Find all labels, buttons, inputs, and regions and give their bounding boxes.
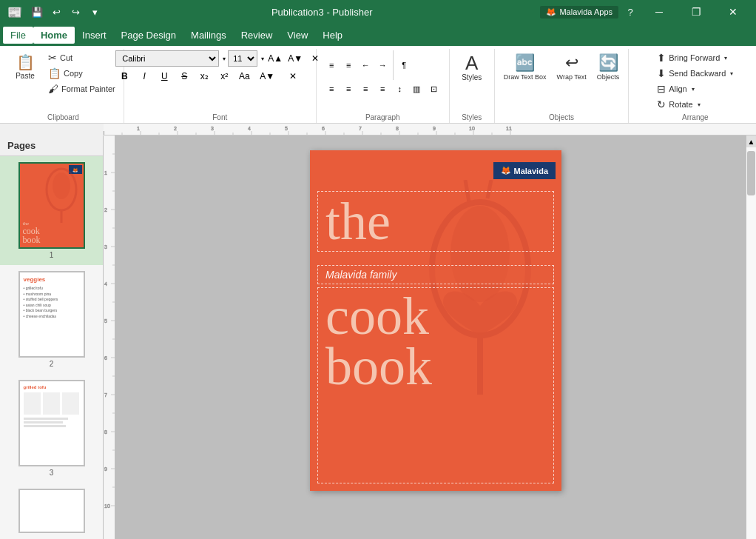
menu-insert[interactable]: Insert	[75, 27, 114, 44]
text-case-button[interactable]: Aa	[235, 68, 253, 84]
arrange-group: ⬆ Bring Forward ▾ ⬇ Send Backward ▾ ⊟ Al…	[629, 49, 756, 123]
cover-the-text[interactable]: the	[325, 195, 546, 248]
superscript-button[interactable]: x²	[215, 68, 233, 84]
objects-content: 🔤 Draw Text Box ↩ Wrap Text 🔄 Objects	[499, 50, 624, 112]
font-size-arrow: ▾	[261, 56, 264, 62]
decrease-font-button[interactable]: A▼	[286, 50, 304, 67]
menu-home[interactable]: Home	[33, 27, 75, 44]
borders-button[interactable]: ⊡	[425, 81, 442, 96]
change-objects-button[interactable]: 🔄 Objects	[593, 50, 624, 84]
scroll-track[interactable]	[746, 147, 756, 539]
line-spacing-button[interactable]: ↕	[391, 81, 408, 96]
redo-button[interactable]: ↪	[67, 3, 84, 21]
undo-button[interactable]: ↩	[47, 3, 65, 21]
wrap-text-icon: ↩	[565, 53, 578, 73]
ruler-v-svg: 1 2 3 4 5 6 7 8 9 10	[104, 135, 115, 520]
draw-text-box-button[interactable]: 🔤 Draw Text Box	[499, 50, 551, 84]
font-color-button[interactable]: ✕	[281, 68, 305, 84]
thumb-3-content: grilled tofu	[24, 385, 80, 429]
shading-button[interactable]: ▥	[408, 81, 425, 96]
text-highlight-button[interactable]: A▼	[255, 68, 279, 84]
menu-review[interactable]: Review	[234, 27, 280, 44]
clipboard-small-buttons: ✂ Cut 📋 Copy 🖌 Format Painter	[44, 50, 119, 96]
svg-text:2: 2	[174, 126, 177, 131]
quick-access-dropdown[interactable]: ▾	[86, 3, 104, 21]
subscript-button[interactable]: x₂	[195, 68, 213, 84]
malavida-logo-icon: 🦊	[501, 166, 511, 175]
save-button[interactable]: 💾	[28, 3, 46, 21]
paragraph-label: Paragraph	[321, 113, 445, 123]
document-page: 🦊 Malavida the	[310, 150, 561, 491]
para-row-2: ≡ ≡ ≡ ≡ ↕ ▥ ⊡	[323, 81, 442, 96]
svg-text:6: 6	[104, 355, 107, 361]
malavida-label: Malavida Apps	[559, 7, 612, 16]
copy-button[interactable]: 📋 Copy	[44, 66, 119, 81]
thumb-3-col3	[62, 392, 79, 415]
paragraph-group: ≡ ≡ ← → ¶ ≡ ≡ ≡ ≡ ↕ ▥ ⊡ Paragraph	[317, 49, 450, 123]
rotate-button[interactable]: ↻ Rotate ▾	[653, 97, 737, 112]
page-thumb-3[interactable]: grilled tofu 3	[0, 374, 103, 483]
show-formatting-button[interactable]: ¶	[396, 58, 412, 73]
page-thumb-2[interactable]: veggies • grilled tofu • mushroom pina •…	[0, 265, 103, 374]
close-button[interactable]: ✕	[716, 0, 750, 24]
send-backward-button[interactable]: ⬇ Send Backward ▾	[653, 66, 737, 81]
title-bar: 📰 💾 ↩ ↪ ▾ Publication3 - Publisher 🦊 Mal…	[0, 0, 756, 24]
numbering-button[interactable]: ≡	[340, 58, 357, 73]
cut-button[interactable]: ✂ Cut	[44, 50, 119, 65]
restore-button[interactable]: ❐	[679, 0, 713, 24]
bold-button[interactable]: B	[115, 68, 133, 84]
title-bar-left: 📰 💾 ↩ ↪ ▾	[6, 3, 104, 21]
minimize-button[interactable]: ─	[642, 0, 676, 24]
font-size-select[interactable]: 11	[228, 50, 257, 67]
font-row-1: Calibri ▾ 11 ▾ A▲ A▼ ✕	[115, 50, 324, 67]
underline-button[interactable]: U	[155, 68, 173, 84]
arrange-label: Arrange	[633, 113, 756, 123]
help-button[interactable]: ?	[621, 3, 639, 21]
thumb-3-text	[24, 418, 80, 427]
cover-cook-text[interactable]: cook book	[325, 291, 546, 392]
font-group: Calibri ▾ 11 ▾ A▲ A▼ ✕ B I U S x₂	[124, 49, 317, 123]
page-thumb-1[interactable]: 🦊 the cook book 1	[0, 156, 103, 265]
svg-text:3: 3	[104, 244, 107, 250]
indent-less-button[interactable]: ←	[357, 58, 374, 73]
scroll-up-button[interactable]: ▲	[746, 135, 756, 147]
clipboard-content: 📋 Paste ✂ Cut 📋 Copy 🖌 Format Painter	[7, 50, 119, 112]
align-button[interactable]: ⊟ Align ▾	[653, 81, 737, 96]
svg-text:6: 6	[322, 126, 325, 131]
send-backward-arrow: ▾	[730, 70, 733, 77]
vertical-scrollbar[interactable]: ▲ ▼	[746, 135, 756, 539]
indent-more-button[interactable]: →	[374, 58, 391, 73]
justify-button[interactable]: ≡	[374, 81, 391, 96]
italic-button[interactable]: I	[135, 68, 153, 84]
styles-content: A Styles	[454, 50, 490, 112]
menu-file[interactable]: File	[3, 27, 33, 44]
menu-mailings[interactable]: Mailings	[183, 27, 234, 44]
align-center-button[interactable]: ≡	[340, 81, 357, 96]
styles-button[interactable]: A Styles	[454, 50, 490, 84]
menu-page-design[interactable]: Page Design	[114, 27, 183, 44]
menu-help[interactable]: Help	[315, 27, 350, 44]
align-right-button[interactable]: ≡	[357, 81, 374, 96]
cover-family-text[interactable]: Malavida family	[325, 269, 546, 281]
clipboard-label: Clipboard	[7, 113, 119, 123]
align-left-button[interactable]: ≡	[323, 81, 340, 96]
page-2-preview: veggies • grilled tofu • mushroom pina •…	[18, 271, 85, 358]
rotate-arrow: ▾	[698, 101, 701, 108]
bring-forward-icon: ⬆	[657, 52, 666, 64]
rotate-label: Rotate	[669, 100, 692, 109]
page-thumb-4[interactable]	[0, 483, 103, 539]
paste-button[interactable]: 📋 Paste	[7, 50, 43, 83]
format-painter-button[interactable]: 🖌 Format Painter	[44, 81, 119, 96]
increase-font-button[interactable]: A▲	[266, 50, 284, 67]
strikethrough-button[interactable]: S	[175, 68, 193, 84]
scroll-thumb[interactable]	[747, 151, 755, 195]
ribbon: 📋 Paste ✂ Cut 📋 Copy 🖌 Format Painter Cl…	[0, 46, 756, 124]
canvas-area[interactable]: 🦊 Malavida the	[115, 135, 756, 539]
bring-forward-button[interactable]: ⬆ Bring Forward ▾	[653, 50, 737, 65]
font-family-select[interactable]: Calibri	[115, 50, 219, 67]
thumb-3-cols	[24, 392, 80, 415]
wrap-text-button[interactable]: ↩ Wrap Text	[553, 50, 591, 84]
send-backward-icon: ⬇	[657, 67, 666, 79]
bullets-button[interactable]: ≡	[323, 58, 340, 73]
menu-view[interactable]: View	[280, 27, 315, 44]
